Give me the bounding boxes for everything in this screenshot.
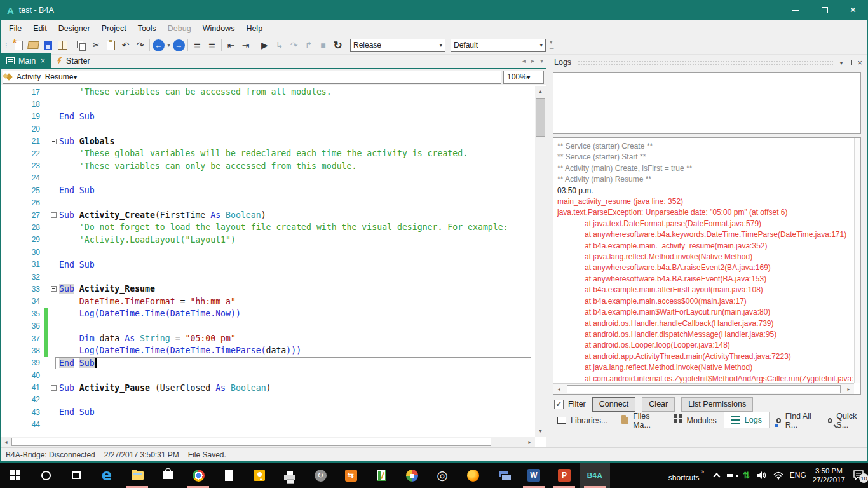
undo-icon[interactable]: ↶ <box>118 38 133 53</box>
open-project-icon[interactable] <box>26 38 41 53</box>
tab-starter[interactable]: Starter <box>51 53 96 68</box>
code-line-35[interactable]: 35 Log(DateTime.Time(DateTime.Now)) <box>1 308 535 320</box>
code-line-26[interactable]: 26 <box>1 197 535 209</box>
stop-icon[interactable]: ■ <box>316 38 330 53</box>
log-filter-box[interactable] <box>553 72 861 134</box>
toolbar-overflow-icon[interactable]: ▾─ <box>550 39 553 51</box>
pin-icon[interactable] <box>848 60 852 65</box>
list-permissions-button[interactable]: List Permissions <box>681 397 753 412</box>
scroll-up-icon[interactable]: ▴ <box>535 86 546 97</box>
tab-list-icon[interactable]: ▾ <box>540 57 543 64</box>
chrome-app[interactable] <box>183 463 214 488</box>
scroll-thumb[interactable] <box>11 438 491 446</box>
menu-project[interactable]: Project <box>96 22 132 36</box>
code-line-41[interactable]: 41Sub Activity_Pause (UserClosed As Bool… <box>1 381 535 393</box>
code-line-31[interactable]: 31End Sub <box>1 258 535 270</box>
remote-desktop-app[interactable] <box>488 463 519 488</box>
new-project-icon[interactable] <box>11 38 26 53</box>
task-view-button[interactable] <box>61 463 92 488</box>
panel-tab-libraries[interactable]: Libraries... <box>550 412 614 428</box>
paste-icon[interactable] <box>104 38 118 53</box>
scroll-right-icon[interactable]: ▸ <box>524 437 535 447</box>
fold-column[interactable] <box>48 212 59 218</box>
code-line-38[interactable]: 38 Log(DateTime.Time(DateTime.TimeParse(… <box>1 344 535 356</box>
code-line-19[interactable]: 19End Sub <box>1 111 535 123</box>
scroll-down-icon[interactable]: ▾ <box>535 426 546 437</box>
panel-tab-modules[interactable]: Modules <box>667 412 724 428</box>
panel-tab-filesma[interactable]: Files Ma... <box>614 412 666 428</box>
panel-close-icon[interactable]: × <box>857 58 862 67</box>
menu-designer[interactable]: Designer <box>53 22 96 36</box>
panel-tab-findallr[interactable]: Find All R... <box>770 412 821 428</box>
maximize-button[interactable] <box>810 0 839 20</box>
code-line-30[interactable]: 30 <box>1 246 535 258</box>
scroll-left-icon[interactable]: ◂ <box>1 437 11 447</box>
log-vertical-scrollbar[interactable] <box>854 138 860 383</box>
layout-variant-dropdown[interactable]: Default ▾ <box>451 39 546 52</box>
code-line-39[interactable]: 39End Sub <box>1 357 535 369</box>
save-icon[interactable] <box>41 38 55 53</box>
scroll-right-icon[interactable]: ▸ <box>843 384 854 395</box>
code-line-22[interactable]: 22 'These global variables will be redec… <box>1 147 535 159</box>
collapse-icon[interactable] <box>51 212 57 218</box>
code-line-34[interactable]: 34 DateTime.TimeFormat = "hh:mm a" <box>1 295 535 308</box>
b4a-app[interactable]: B4A <box>580 463 610 488</box>
fold-column[interactable] <box>48 385 59 391</box>
panel-tab-logs[interactable]: Logs <box>724 412 770 428</box>
panel-tab-quicks[interactable]: Quick S... <box>821 412 867 428</box>
collapse-icon[interactable] <box>51 385 57 391</box>
toolbar-grip[interactable]: ⋮ <box>3 42 9 49</box>
log-horizontal-scrollbar[interactable]: ◂ ▸ <box>553 383 854 394</box>
indent-icon[interactable]: ⇥ <box>238 38 253 53</box>
code-line-40[interactable]: 40 <box>1 369 535 381</box>
volume-icon[interactable] <box>757 471 767 480</box>
tab-scroll-right-icon[interactable]: ▸ <box>531 57 534 64</box>
navigate-forward-icon[interactable]: → <box>173 39 185 51</box>
word-app[interactable]: W <box>519 463 549 488</box>
cut-icon[interactable]: ✂ <box>89 38 104 53</box>
calculator-app[interactable] <box>214 463 244 488</box>
step-out-icon[interactable]: ↱ <box>301 38 316 53</box>
keep-app[interactable] <box>244 463 275 488</box>
scroll-left-icon[interactable]: ◂ <box>553 384 564 395</box>
rebuild-icon[interactable]: ↻ <box>330 38 345 53</box>
uncomment-icon[interactable]: ≣ <box>205 38 219 53</box>
menu-file[interactable]: File <box>3 22 27 36</box>
back-dropdown-icon[interactable]: ▾ <box>165 38 172 53</box>
redo-icon[interactable]: ↷ <box>133 38 147 53</box>
pdf-exchange-app[interactable]: ⇆ <box>336 463 366 488</box>
zoom-dropdown[interactable]: 100% ▾ <box>503 71 544 84</box>
battery-icon[interactable] <box>726 473 736 478</box>
scroll-thumb[interactable] <box>536 98 545 137</box>
code-line-21[interactable]: 21Sub Globals <box>1 135 535 147</box>
code-line-37[interactable]: 37 Dim data As String = "05:00 pm" <box>1 332 535 344</box>
notes-app[interactable] <box>366 463 397 488</box>
code-editor[interactable]: 17 'These variables can be accessed from… <box>1 86 535 437</box>
editor-vertical-scrollbar[interactable]: ▴ ▾ <box>535 86 546 437</box>
outdent-icon[interactable]: ⇤ <box>224 38 238 53</box>
panel-menu-icon[interactable]: ▾ <box>839 59 843 66</box>
menu-help[interactable]: Help <box>240 22 268 36</box>
firefox-app[interactable] <box>458 463 488 488</box>
tab-scroll-left-icon[interactable]: ◂ <box>522 57 526 64</box>
fold-column[interactable] <box>48 286 59 292</box>
store-app[interactable] <box>153 463 183 488</box>
close-button[interactable]: × <box>839 0 867 20</box>
collapse-icon[interactable] <box>51 286 57 292</box>
menu-windows[interactable]: Windows <box>197 22 241 36</box>
tab-main[interactable]: Main × <box>1 53 51 68</box>
cortana-search-button[interactable] <box>31 463 61 488</box>
fold-column[interactable] <box>48 139 59 144</box>
paint-app[interactable] <box>397 463 427 488</box>
step-over-icon[interactable]: ↷ <box>287 38 301 53</box>
step-into-icon[interactable]: ↳ <box>272 38 287 53</box>
shortcuts-toolbar[interactable]: shortcuts » <box>668 468 704 482</box>
code-line-23[interactable]: 23 'These variables can only be accessed… <box>1 159 535 172</box>
target-app[interactable]: ◎ <box>427 463 458 488</box>
clock[interactable]: 3:50 PM 27/2/2017 <box>813 466 845 485</box>
connect-button[interactable]: Connect <box>592 397 636 412</box>
log-output[interactable]: ** Service (starter) Create **** Service… <box>553 137 861 395</box>
code-line-33[interactable]: 33Sub Activity_Resume <box>1 283 535 295</box>
menu-edit[interactable]: Edit <box>27 22 53 36</box>
code-line-44[interactable]: 44 <box>1 419 535 431</box>
